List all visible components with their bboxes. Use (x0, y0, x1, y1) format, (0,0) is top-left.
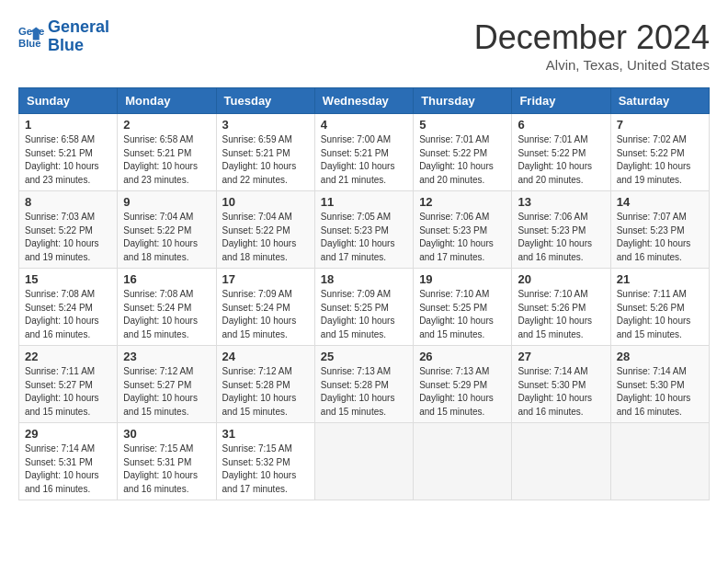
sunset-text: Sunset: 5:29 PM (419, 380, 487, 390)
day-info: Sunrise: 7:13 AM Sunset: 5:28 PM Dayligh… (321, 365, 407, 419)
sunrise-text: Sunrise: 7:11 AM (617, 289, 687, 299)
sunrise-text: Sunrise: 7:08 AM (25, 289, 95, 299)
sunrise-text: Sunrise: 7:13 AM (321, 366, 391, 376)
sunset-text: Sunset: 5:22 PM (222, 225, 290, 236)
sunset-text: Sunset: 5:26 PM (518, 303, 586, 313)
location: Alvin, Texas, United States (474, 57, 710, 73)
sunset-text: Sunset: 5:27 PM (25, 380, 93, 390)
calendar-day-cell: 13 Sunrise: 7:06 AM Sunset: 5:23 PM Dayl… (512, 191, 610, 269)
day-info: Sunrise: 7:01 AM Sunset: 5:22 PM Dayligh… (419, 133, 506, 187)
day-number: 8 (25, 195, 111, 209)
sunrise-text: Sunrise: 7:12 AM (222, 366, 292, 376)
daylight-text: Daylight: 10 hours and 15 minutes. (617, 316, 691, 339)
day-info: Sunrise: 7:15 AM Sunset: 5:32 PM Dayligh… (222, 442, 309, 496)
sunset-text: Sunset: 5:30 PM (518, 380, 586, 390)
calendar-day-cell: 11 Sunrise: 7:05 AM Sunset: 5:23 PM Dayl… (314, 191, 413, 269)
calendar-day-cell: 14 Sunrise: 7:07 AM Sunset: 5:23 PM Dayl… (610, 191, 709, 269)
day-info: Sunrise: 6:58 AM Sunset: 5:21 PM Dayligh… (123, 133, 210, 187)
calendar-day-cell: 18 Sunrise: 7:09 AM Sunset: 5:25 PM Dayl… (314, 269, 413, 346)
day-number: 24 (222, 350, 309, 363)
sunrise-text: Sunrise: 7:15 AM (222, 443, 292, 454)
sunrise-text: Sunrise: 7:06 AM (518, 212, 587, 222)
sunset-text: Sunset: 5:23 PM (321, 225, 389, 236)
sunrise-text: Sunrise: 7:03 AM (25, 212, 95, 222)
sunrise-text: Sunrise: 7:11 AM (25, 366, 95, 376)
sunrise-text: Sunrise: 7:04 AM (123, 212, 193, 222)
sunrise-text: Sunrise: 7:15 AM (123, 443, 193, 454)
day-number: 14 (617, 195, 703, 209)
day-number: 22 (25, 350, 111, 363)
calendar-header-row: SundayMondayTuesdayWednesdayThursdayFrid… (19, 88, 710, 114)
day-number: 26 (419, 350, 506, 363)
daylight-text: Daylight: 10 hours and 16 minutes. (617, 393, 691, 417)
day-number: 27 (518, 350, 604, 363)
day-info: Sunrise: 7:09 AM Sunset: 5:25 PM Dayligh… (321, 288, 407, 341)
calendar-week-row: 15 Sunrise: 7:08 AM Sunset: 5:24 PM Dayl… (19, 269, 710, 346)
day-number: 9 (123, 195, 210, 209)
day-info: Sunrise: 7:10 AM Sunset: 5:26 PM Dayligh… (518, 288, 604, 341)
sunrise-text: Sunrise: 7:00 AM (321, 134, 391, 144)
day-number: 4 (321, 118, 407, 132)
daylight-text: Daylight: 10 hours and 15 minutes. (321, 393, 395, 417)
day-info: Sunrise: 7:12 AM Sunset: 5:28 PM Dayligh… (222, 365, 309, 419)
daylight-text: Daylight: 10 hours and 17 minutes. (419, 238, 494, 262)
sunrise-text: Sunrise: 7:09 AM (321, 289, 391, 299)
calendar-day-cell: 29 Sunrise: 7:14 AM Sunset: 5:31 PM Dayl… (19, 423, 118, 500)
calendar-day-cell: 28 Sunrise: 7:14 AM Sunset: 5:30 PM Dayl… (610, 346, 709, 423)
sunset-text: Sunset: 5:31 PM (25, 457, 93, 467)
weekday-header: Tuesday (216, 88, 314, 114)
day-info: Sunrise: 7:02 AM Sunset: 5:22 PM Dayligh… (617, 133, 703, 187)
weekday-header: Wednesday (314, 88, 413, 114)
day-number: 15 (25, 272, 111, 286)
calendar-day-cell (610, 423, 709, 500)
calendar-day-cell: 12 Sunrise: 7:06 AM Sunset: 5:23 PM Dayl… (414, 191, 512, 269)
day-info: Sunrise: 7:05 AM Sunset: 5:23 PM Dayligh… (321, 211, 407, 264)
sunrise-text: Sunrise: 7:12 AM (123, 366, 193, 376)
sunset-text: Sunset: 5:21 PM (123, 148, 191, 158)
daylight-text: Daylight: 10 hours and 16 minutes. (518, 393, 592, 417)
calendar-week-row: 1 Sunrise: 6:58 AM Sunset: 5:21 PM Dayli… (19, 114, 710, 191)
daylight-text: Daylight: 10 hours and 19 minutes. (25, 238, 99, 262)
logo: General Blue GeneralBlue (18, 18, 109, 55)
calendar-day-cell: 2 Sunrise: 6:58 AM Sunset: 5:21 PM Dayli… (118, 114, 216, 191)
day-info: Sunrise: 7:10 AM Sunset: 5:25 PM Dayligh… (419, 288, 506, 341)
daylight-text: Daylight: 10 hours and 23 minutes. (123, 161, 198, 185)
sunset-text: Sunset: 5:22 PM (617, 148, 685, 158)
weekday-header: Sunday (19, 88, 118, 114)
sunset-text: Sunset: 5:28 PM (222, 380, 290, 390)
daylight-text: Daylight: 10 hours and 21 minutes. (321, 161, 395, 185)
day-number: 6 (518, 118, 604, 132)
day-number: 3 (222, 118, 309, 132)
sunrise-text: Sunrise: 6:58 AM (123, 134, 193, 144)
calendar-day-cell: 22 Sunrise: 7:11 AM Sunset: 5:27 PM Dayl… (19, 346, 118, 423)
day-number: 16 (123, 272, 210, 286)
page-header: General Blue GeneralBlue December 2024 A… (18, 18, 710, 73)
daylight-text: Daylight: 10 hours and 23 minutes. (25, 161, 99, 185)
sunrise-text: Sunrise: 7:09 AM (222, 289, 292, 299)
calendar-day-cell: 6 Sunrise: 7:01 AM Sunset: 5:22 PM Dayli… (512, 114, 610, 191)
day-info: Sunrise: 7:15 AM Sunset: 5:31 PM Dayligh… (123, 442, 210, 496)
calendar-day-cell: 27 Sunrise: 7:14 AM Sunset: 5:30 PM Dayl… (512, 346, 610, 423)
day-info: Sunrise: 6:59 AM Sunset: 5:21 PM Dayligh… (222, 133, 309, 187)
daylight-text: Daylight: 10 hours and 15 minutes. (222, 316, 297, 339)
day-number: 10 (222, 195, 309, 209)
sunset-text: Sunset: 5:30 PM (617, 380, 685, 390)
calendar-week-row: 29 Sunrise: 7:14 AM Sunset: 5:31 PM Dayl… (19, 423, 710, 500)
daylight-text: Daylight: 10 hours and 15 minutes. (123, 316, 198, 339)
sunset-text: Sunset: 5:24 PM (222, 303, 290, 313)
month-title: December 2024 (474, 18, 710, 57)
day-number: 1 (25, 118, 111, 132)
day-number: 18 (321, 272, 407, 286)
day-info: Sunrise: 7:08 AM Sunset: 5:24 PM Dayligh… (25, 288, 111, 341)
calendar-day-cell: 16 Sunrise: 7:08 AM Sunset: 5:24 PM Dayl… (118, 269, 216, 346)
daylight-text: Daylight: 10 hours and 18 minutes. (222, 238, 297, 262)
calendar-day-cell: 21 Sunrise: 7:11 AM Sunset: 5:26 PM Dayl… (610, 269, 709, 346)
sunrise-text: Sunrise: 7:01 AM (419, 134, 489, 144)
daylight-text: Daylight: 10 hours and 20 minutes. (518, 161, 592, 185)
day-info: Sunrise: 7:01 AM Sunset: 5:22 PM Dayligh… (518, 133, 604, 187)
weekday-header: Thursday (414, 88, 512, 114)
day-info: Sunrise: 6:58 AM Sunset: 5:21 PM Dayligh… (25, 133, 111, 187)
weekday-header: Saturday (610, 88, 709, 114)
sunset-text: Sunset: 5:32 PM (222, 457, 290, 467)
sunrise-text: Sunrise: 7:14 AM (25, 443, 95, 454)
